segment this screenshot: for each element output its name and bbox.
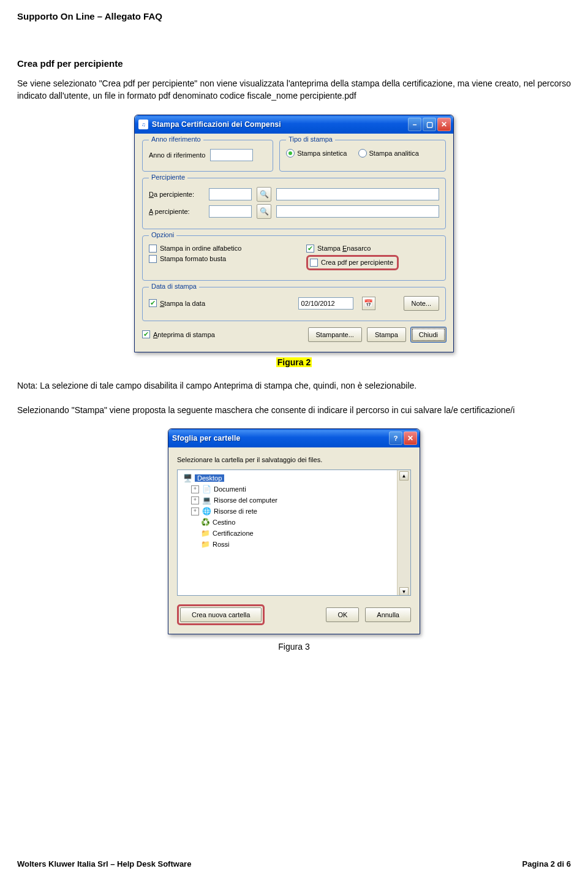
input-anno-riferimento[interactable]	[210, 149, 253, 161]
stampante-button[interactable]: Stampante...	[308, 327, 362, 342]
tree-node-desktop-label: Desktop	[195, 474, 224, 482]
callout-crea-pdf: Crea pdf per percipiente	[306, 255, 399, 270]
annulla-button[interactable]: Annulla	[365, 607, 411, 622]
lookup-da-percipiente-icon[interactable]: 🔍	[257, 187, 271, 202]
titlebar: Sfoglia per cartelle ? ✕	[168, 429, 420, 447]
calendar-icon[interactable]: 📅	[362, 297, 375, 310]
checkbox-stampa-la-data[interactable]: ✔Stampa la data	[149, 299, 205, 307]
scroll-up-icon[interactable]: ▲	[399, 471, 409, 481]
input-data-stampa[interactable]	[298, 297, 353, 310]
label-da-percipiente: Da percipiente:	[149, 191, 204, 198]
footer-right: Pagina 2 di 6	[522, 859, 571, 869]
tree-node-certificazione-label: Certificazione	[213, 530, 254, 537]
maximize-icon[interactable]: ▢	[423, 118, 436, 131]
intro-paragraph: Se viene selezionato "Crea pdf per perci…	[17, 77, 571, 102]
checkbox-anteprima-stampa-label: Anteprima di stampa	[153, 331, 215, 338]
tree-node-risorse-computer-label: Risorse del computer	[214, 496, 277, 504]
close-icon[interactable]: ✕	[437, 118, 451, 131]
label-a-percipiente: A percipiente:	[149, 208, 204, 215]
stampa-button[interactable]: Stampa	[367, 327, 406, 342]
nota-paragraph: Nota: La selezione di tale campo disabil…	[17, 379, 571, 392]
group-percipiente: Percipiente	[149, 173, 187, 181]
titlebar: ♫ Stampa Certificazioni dei Compensi – ▢…	[135, 115, 453, 134]
lookup-a-percipiente-icon[interactable]: 🔍	[257, 204, 271, 219]
input-da-percipiente-desc[interactable]	[276, 188, 439, 200]
tree-node-risorse-rete[interactable]: +🌐Risorse di rete	[180, 506, 410, 517]
input-da-percipiente-code[interactable]	[209, 188, 252, 200]
folder-tree[interactable]: 🖥️Desktop +📄Documenti +💻Risorse del comp…	[177, 470, 411, 596]
group-tipo-stampa: Tipo di stampa	[286, 135, 335, 143]
checkbox-stampa-enasarco[interactable]: ✔Stampa Enasarco	[306, 245, 371, 253]
figure2-caption: Figura 2	[17, 357, 571, 367]
radio-stampa-sintetica-label: Stampa sintetica	[297, 150, 347, 157]
tree-node-desktop[interactable]: 🖥️Desktop	[180, 473, 410, 484]
group-data-stampa: Data di stampa	[149, 283, 199, 290]
footer-left: Wolters Kluwer Italia Srl – Help Desk So…	[17, 859, 191, 869]
instruction-text: Selezionare la cartella per il salvatagg…	[168, 447, 420, 463]
checkbox-stampa-enasarco-label: Stampa Enasarco	[317, 245, 371, 252]
tree-node-cestino[interactable]: ♻️Cestino	[180, 517, 410, 528]
tree-node-certificazione[interactable]: 📁Certificazione	[180, 528, 410, 539]
selezionando-paragraph: Selezionando "Stampa" viene proposta la …	[17, 404, 571, 416]
group-anno-riferimento: Anno riferimento	[149, 135, 203, 143]
input-a-percipiente-code[interactable]	[209, 205, 252, 218]
ok-button[interactable]: OK	[326, 607, 359, 622]
radio-stampa-sintetica[interactable]: Stampa sintetica	[286, 149, 347, 158]
checkbox-crea-pdf-percipiente-label: Crea pdf per percipiente	[321, 259, 393, 266]
tree-node-rossi-label: Rossi	[213, 541, 230, 548]
page-header: Supporto On Line – Allegato FAQ	[17, 11, 571, 21]
window-title: Stampa Certificazioni dei Compensi	[152, 120, 404, 129]
radio-stampa-analitica-label: Stampa analitica	[369, 150, 419, 157]
section-title: Crea pdf per percipiente	[17, 58, 571, 69]
tree-node-cestino-label: Cestino	[213, 519, 235, 526]
chiudi-button[interactable]: Chiudi	[411, 327, 446, 342]
tree-node-documenti[interactable]: +📄Documenti	[180, 484, 410, 495]
callout-crea-nuova-cartella: Crea nuova cartella	[177, 604, 265, 625]
checkbox-formato-busta[interactable]: Stampa formato busta	[149, 255, 226, 263]
close-icon[interactable]: ✕	[404, 431, 417, 445]
checkbox-formato-busta-label: Stampa formato busta	[160, 255, 226, 262]
tree-node-rossi[interactable]: 📁Rossi	[180, 539, 410, 550]
input-a-percipiente-desc[interactable]	[276, 205, 439, 218]
crea-nuova-cartella-button[interactable]: Crea nuova cartella	[180, 607, 262, 622]
scrollbar[interactable]: ▲ ▼	[397, 470, 410, 596]
app-icon: ♫	[138, 120, 148, 129]
checkbox-crea-pdf-percipiente[interactable]: Crea pdf per percipiente	[310, 259, 393, 267]
figure3-caption: Figura 3	[17, 642, 571, 652]
checkbox-stampa-la-data-label: Stampa la data	[160, 300, 205, 307]
group-opzioni: Opzioni	[149, 231, 176, 238]
tree-node-documenti-label: Documenti	[214, 485, 246, 493]
checkbox-ordine-alfabetico[interactable]: Stampa in ordine alfabetico	[149, 245, 241, 253]
note-button[interactable]: Note...	[404, 296, 439, 311]
help-icon[interactable]: ?	[389, 431, 402, 445]
tree-node-risorse-computer[interactable]: +💻Risorse del computer	[180, 495, 410, 506]
label-anno-riferimento: Anno di riferimento	[149, 151, 205, 159]
minimize-icon[interactable]: –	[408, 118, 421, 131]
checkbox-ordine-alfabetico-label: Stampa in ordine alfabetico	[160, 245, 241, 252]
window-title: Sfoglia per cartelle	[172, 434, 385, 443]
sfoglia-cartelle-dialog: Sfoglia per cartelle ? ✕ Selezionare la …	[168, 428, 420, 634]
tree-node-risorse-rete-label: Risorse di rete	[214, 508, 257, 515]
scroll-down-icon[interactable]: ▼	[399, 587, 409, 596]
radio-stampa-analitica[interactable]: Stampa analitica	[358, 149, 419, 158]
checkbox-anteprima-stampa[interactable]: ✔Anteprima di stampa	[142, 330, 215, 338]
stampa-certificazioni-dialog: ♫ Stampa Certificazioni dei Compensi – ▢…	[134, 115, 454, 352]
